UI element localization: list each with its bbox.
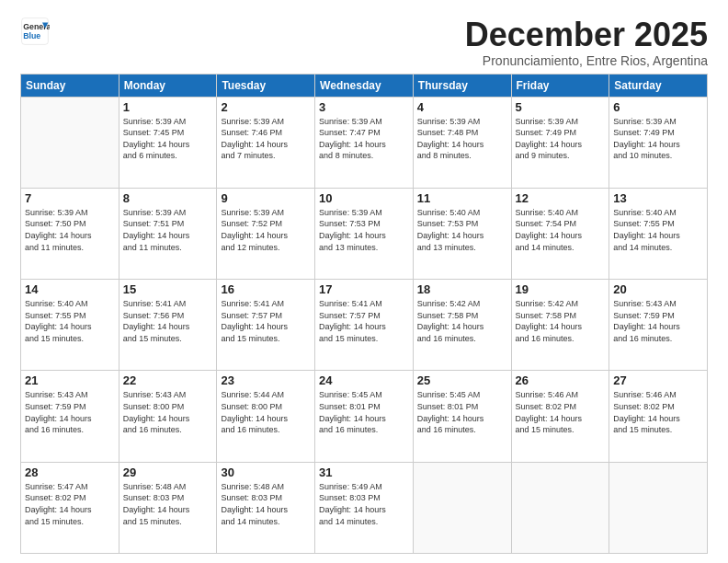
cell-info: Sunrise: 5:45 AM Sunset: 8:01 PM Dayligh… [417, 389, 507, 435]
calendar-cell [21, 97, 119, 188]
calendar-cell: 21Sunrise: 5:43 AM Sunset: 7:59 PM Dayli… [21, 371, 119, 462]
calendar-cell: 13Sunrise: 5:40 AM Sunset: 7:55 PM Dayli… [609, 188, 708, 279]
calendar: SundayMondayTuesdayWednesdayThursdayFrid… [20, 74, 708, 554]
calendar-cell: 19Sunrise: 5:42 AM Sunset: 7:58 PM Dayli… [511, 280, 609, 371]
calendar-cell: 8Sunrise: 5:39 AM Sunset: 7:51 PM Daylig… [119, 188, 217, 279]
day-number: 8 [123, 191, 213, 205]
day-number: 26 [516, 373, 606, 387]
day-number: 14 [25, 282, 115, 296]
calendar-cell: 5Sunrise: 5:39 AM Sunset: 7:49 PM Daylig… [511, 97, 609, 188]
cell-info: Sunrise: 5:41 AM Sunset: 7:57 PM Dayligh… [319, 298, 409, 344]
day-number: 25 [417, 373, 507, 387]
day-number: 12 [516, 191, 606, 205]
day-number: 3 [319, 100, 409, 114]
calendar-cell: 6Sunrise: 5:39 AM Sunset: 7:49 PM Daylig… [609, 97, 708, 188]
calendar-cell [413, 462, 511, 553]
cell-info: Sunrise: 5:39 AM Sunset: 7:52 PM Dayligh… [221, 207, 311, 253]
calendar-cell: 11Sunrise: 5:40 AM Sunset: 7:53 PM Dayli… [413, 188, 511, 279]
day-number: 1 [123, 100, 213, 114]
day-number: 30 [221, 465, 311, 479]
day-number: 5 [516, 100, 606, 114]
day-number: 7 [25, 191, 115, 205]
calendar-cell: 24Sunrise: 5:45 AM Sunset: 8:01 PM Dayli… [315, 371, 414, 462]
calendar-cell: 15Sunrise: 5:41 AM Sunset: 7:56 PM Dayli… [119, 280, 217, 371]
day-number: 9 [221, 191, 311, 205]
col-header-tuesday: Tuesday [217, 74, 315, 97]
day-number: 19 [516, 282, 606, 296]
day-number: 17 [319, 282, 409, 296]
day-number: 28 [25, 465, 115, 479]
calendar-cell: 1Sunrise: 5:39 AM Sunset: 7:45 PM Daylig… [119, 97, 217, 188]
calendar-cell: 17Sunrise: 5:41 AM Sunset: 7:57 PM Dayli… [315, 280, 414, 371]
day-number: 13 [613, 191, 703, 205]
cell-info: Sunrise: 5:48 AM Sunset: 8:03 PM Dayligh… [221, 481, 311, 527]
cell-info: Sunrise: 5:39 AM Sunset: 7:46 PM Dayligh… [221, 116, 311, 162]
cell-info: Sunrise: 5:39 AM Sunset: 7:49 PM Dayligh… [613, 116, 703, 162]
day-number: 23 [221, 373, 311, 387]
calendar-cell: 31Sunrise: 5:49 AM Sunset: 8:03 PM Dayli… [315, 462, 414, 553]
cell-info: Sunrise: 5:39 AM Sunset: 7:47 PM Dayligh… [319, 116, 409, 162]
cell-info: Sunrise: 5:43 AM Sunset: 8:00 PM Dayligh… [123, 389, 213, 435]
day-number: 21 [25, 373, 115, 387]
day-number: 11 [417, 191, 507, 205]
day-number: 24 [319, 373, 409, 387]
day-number: 15 [123, 282, 213, 296]
calendar-cell: 2Sunrise: 5:39 AM Sunset: 7:46 PM Daylig… [217, 97, 315, 188]
cell-info: Sunrise: 5:40 AM Sunset: 7:55 PM Dayligh… [613, 207, 703, 253]
day-number: 4 [417, 100, 507, 114]
cell-info: Sunrise: 5:39 AM Sunset: 7:51 PM Dayligh… [123, 207, 213, 253]
logo-icon: General Blue [20, 17, 50, 46]
logo: General Blue [20, 17, 50, 46]
calendar-cell: 27Sunrise: 5:46 AM Sunset: 8:02 PM Dayli… [609, 371, 708, 462]
day-number: 16 [221, 282, 311, 296]
day-number: 2 [221, 100, 311, 114]
col-header-friday: Friday [511, 74, 609, 97]
day-number: 27 [613, 373, 703, 387]
day-number: 10 [319, 191, 409, 205]
calendar-cell: 23Sunrise: 5:44 AM Sunset: 8:00 PM Dayli… [217, 371, 315, 462]
cell-info: Sunrise: 5:41 AM Sunset: 7:56 PM Dayligh… [123, 298, 213, 344]
col-header-saturday: Saturday [609, 74, 708, 97]
day-number: 29 [123, 465, 213, 479]
cell-info: Sunrise: 5:39 AM Sunset: 7:50 PM Dayligh… [25, 207, 115, 253]
calendar-cell [511, 462, 609, 553]
svg-text:Blue: Blue [23, 31, 40, 40]
cell-info: Sunrise: 5:39 AM Sunset: 7:45 PM Dayligh… [123, 116, 213, 162]
cell-info: Sunrise: 5:44 AM Sunset: 8:00 PM Dayligh… [221, 389, 311, 435]
cell-info: Sunrise: 5:43 AM Sunset: 7:59 PM Dayligh… [25, 389, 115, 435]
col-header-thursday: Thursday [413, 74, 511, 97]
calendar-cell: 25Sunrise: 5:45 AM Sunset: 8:01 PM Dayli… [413, 371, 511, 462]
cell-info: Sunrise: 5:41 AM Sunset: 7:57 PM Dayligh… [221, 298, 311, 344]
cell-info: Sunrise: 5:42 AM Sunset: 7:58 PM Dayligh… [516, 298, 606, 344]
calendar-cell: 22Sunrise: 5:43 AM Sunset: 8:00 PM Dayli… [119, 371, 217, 462]
day-number: 22 [123, 373, 213, 387]
cell-info: Sunrise: 5:40 AM Sunset: 7:53 PM Dayligh… [417, 207, 507, 253]
month-title: December 2025 [465, 17, 708, 53]
cell-info: Sunrise: 5:39 AM Sunset: 7:53 PM Dayligh… [319, 207, 409, 253]
calendar-cell: 20Sunrise: 5:43 AM Sunset: 7:59 PM Dayli… [609, 280, 708, 371]
calendar-cell: 3Sunrise: 5:39 AM Sunset: 7:47 PM Daylig… [315, 97, 414, 188]
cell-info: Sunrise: 5:40 AM Sunset: 7:55 PM Dayligh… [25, 298, 115, 344]
cell-info: Sunrise: 5:43 AM Sunset: 7:59 PM Dayligh… [613, 298, 703, 344]
calendar-cell: 28Sunrise: 5:47 AM Sunset: 8:02 PM Dayli… [21, 462, 119, 553]
cell-info: Sunrise: 5:42 AM Sunset: 7:58 PM Dayligh… [417, 298, 507, 344]
col-header-wednesday: Wednesday [315, 74, 414, 97]
cell-info: Sunrise: 5:40 AM Sunset: 7:54 PM Dayligh… [516, 207, 606, 253]
cell-info: Sunrise: 5:49 AM Sunset: 8:03 PM Dayligh… [319, 481, 409, 527]
calendar-cell: 12Sunrise: 5:40 AM Sunset: 7:54 PM Dayli… [511, 188, 609, 279]
cell-info: Sunrise: 5:46 AM Sunset: 8:02 PM Dayligh… [613, 389, 703, 435]
calendar-cell: 29Sunrise: 5:48 AM Sunset: 8:03 PM Dayli… [119, 462, 217, 553]
day-number: 31 [319, 465, 409, 479]
col-header-sunday: Sunday [21, 74, 119, 97]
cell-info: Sunrise: 5:39 AM Sunset: 7:48 PM Dayligh… [417, 116, 507, 162]
cell-info: Sunrise: 5:47 AM Sunset: 8:02 PM Dayligh… [25, 481, 115, 527]
cell-info: Sunrise: 5:45 AM Sunset: 8:01 PM Dayligh… [319, 389, 409, 435]
day-number: 18 [417, 282, 507, 296]
calendar-cell: 14Sunrise: 5:40 AM Sunset: 7:55 PM Dayli… [21, 280, 119, 371]
calendar-cell [609, 462, 708, 553]
calendar-cell: 9Sunrise: 5:39 AM Sunset: 7:52 PM Daylig… [217, 188, 315, 279]
calendar-cell: 4Sunrise: 5:39 AM Sunset: 7:48 PM Daylig… [413, 97, 511, 188]
cell-info: Sunrise: 5:48 AM Sunset: 8:03 PM Dayligh… [123, 481, 213, 527]
calendar-cell: 18Sunrise: 5:42 AM Sunset: 7:58 PM Dayli… [413, 280, 511, 371]
subtitle: Pronunciamiento, Entre Rios, Argentina [465, 53, 708, 68]
